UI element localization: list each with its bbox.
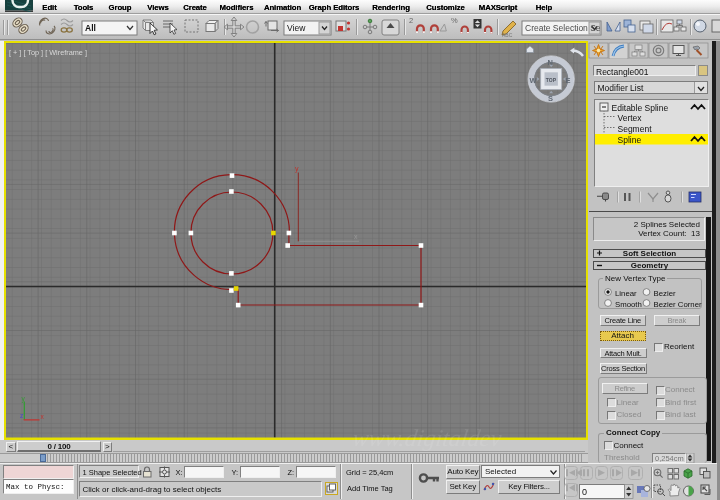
svg-text:W: W	[530, 76, 538, 85]
svg-text:S: S	[548, 94, 553, 103]
svg-text:Spline: Spline	[617, 135, 641, 145]
svg-text:x: x	[354, 233, 358, 240]
svg-text:E: E	[566, 76, 571, 85]
svg-text:%: %	[451, 16, 458, 25]
svg-text:View: View	[287, 23, 306, 33]
svg-text:0: 0	[582, 487, 587, 497]
svg-text:All: All	[85, 23, 96, 33]
svg-text:Segment: Segment	[617, 124, 652, 134]
svg-text:Create Selection Se: Create Selection Se	[525, 23, 601, 33]
svg-text:Smooth: Smooth	[615, 300, 642, 309]
svg-text:Vertex: Vertex	[617, 113, 642, 123]
svg-text:Bezier Corner: Bezier Corner	[654, 300, 703, 309]
svg-text:[ + ] [ Top ] [ Wireframe ]: [ + ] [ Top ] [ Wireframe ]	[9, 48, 87, 57]
svg-text:2: 2	[409, 16, 413, 25]
svg-text:Bezier: Bezier	[654, 289, 677, 298]
svg-text:TOP: TOP	[546, 77, 557, 83]
svg-text:ABC: ABC	[502, 32, 513, 38]
svg-text:y: y	[295, 165, 299, 173]
svg-text:Linear: Linear	[615, 289, 637, 298]
svg-text:z: z	[20, 412, 23, 419]
svg-text:Editable Spline: Editable Spline	[611, 103, 668, 113]
